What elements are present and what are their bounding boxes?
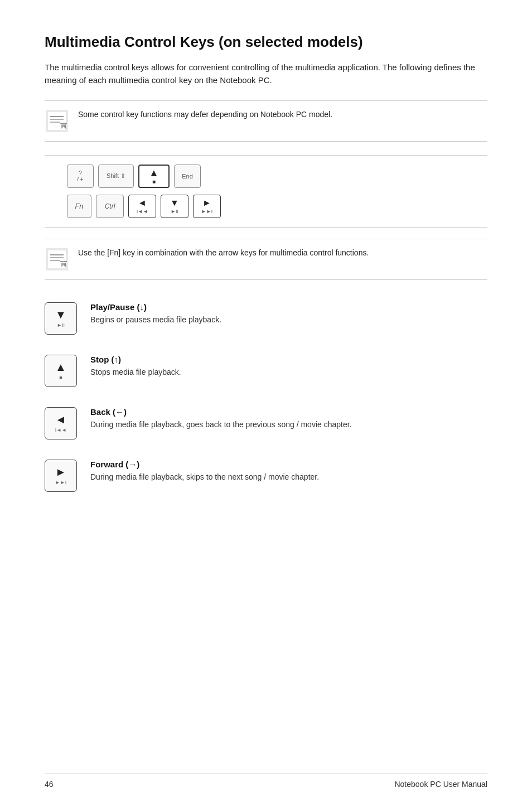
key-stop: ▲ ■ — [138, 165, 170, 188]
key-shift: Shift ⇧ — [98, 165, 134, 188]
keyboard-row-1: ? / + Shift ⇧ ▲ ■ End — [45, 165, 487, 188]
note-text-1: Some control key functions may defer dep… — [78, 109, 332, 120]
key-back: ◄ I◄◄ — [128, 195, 156, 218]
control-body-back: During media file playback, goes back to… — [90, 419, 487, 431]
note-text-2: Use the [Fn] key in combination with the… — [78, 247, 369, 259]
note-box-1: Some control key functions may defer dep… — [45, 100, 487, 142]
intro-paragraph: The multimedia control keys allows for c… — [45, 61, 487, 87]
svg-rect-9 — [48, 250, 66, 268]
page-content: Multimedia Control Keys (on selected mod… — [0, 0, 532, 557]
control-key-forward: ► ►►I — [45, 460, 77, 492]
control-title-stop: Stop (↑) — [90, 355, 487, 364]
page-title: Multimedia Control Keys (on selected mod… — [45, 33, 487, 51]
control-title-forward: Forward (→) — [90, 460, 487, 469]
keyboard-diagram: ? / + Shift ⇧ ▲ ■ End Fn — [45, 155, 487, 228]
footer: 46 Notebook PC User Manual — [45, 774, 487, 789]
key-forward: ► ►►I — [193, 195, 221, 218]
svg-rect-1 — [48, 112, 66, 130]
control-title-play-pause: Play/Pause (↓) — [90, 302, 487, 312]
control-title-back: Back (←) — [90, 407, 487, 417]
note-box-2: Use the [Fn] key in combination with the… — [45, 239, 487, 280]
control-forward: ► ►►I Forward (→) During media file play… — [45, 460, 487, 492]
control-body-forward: During media file playback, skips to the… — [90, 471, 487, 484]
control-stop: ▲ ■ Stop (↑) Stops media file playback. — [45, 355, 487, 387]
key-end: End — [174, 165, 201, 188]
control-desc-play-pause: Play/Pause (↓) Begins or pauses media fi… — [90, 302, 487, 326]
control-play-pause: ▼ ►II Play/Pause (↓) Begins or pauses me… — [45, 302, 487, 335]
note-icon-1 — [45, 109, 69, 133]
key-slash-plus: ? / + — [67, 165, 94, 188]
control-key-stop: ▲ ■ — [45, 355, 77, 387]
control-desc-back: Back (←) During media file playback, goe… — [90, 407, 487, 431]
note-icon-2 — [45, 247, 69, 272]
control-desc-stop: Stop (↑) Stops media file playback. — [90, 355, 487, 379]
footer-manual-title: Notebook PC User Manual — [394, 780, 487, 789]
control-desc-forward: Forward (→) During media file playback, … — [90, 460, 487, 484]
key-ctrl: Ctrl — [96, 195, 124, 218]
key-fn: Fn — [67, 195, 91, 218]
control-key-back: ◄ I◄◄ — [45, 407, 77, 439]
key-play-pause: ▼ ►II — [161, 195, 188, 218]
control-back: ◄ I◄◄ Back (←) During media file playbac… — [45, 407, 487, 439]
footer-page-number: 46 — [45, 780, 54, 789]
control-body-stop: Stops media file playback. — [90, 366, 487, 379]
control-body-play-pause: Begins or pauses media file playback. — [90, 314, 487, 326]
control-key-play-pause: ▼ ►II — [45, 302, 77, 335]
keyboard-row-2: Fn Ctrl ◄ I◄◄ ▼ ►II ► ►►I — [45, 195, 487, 218]
